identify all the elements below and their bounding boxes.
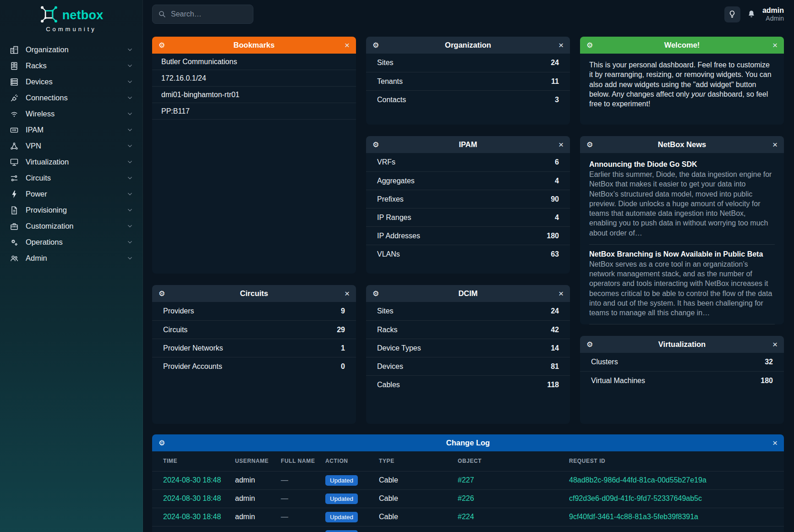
widget-config-gear-icon[interactable]: ⚙ [586,42,593,49]
bookmark-link[interactable]: PP:B117 [152,103,356,120]
stat-row[interactable]: Providers9 [152,302,356,320]
bookmark-link[interactable]: dmi01-binghamton-rtr01 [152,87,356,103]
chevron-down-icon [126,62,133,69]
column-header: TYPE [379,451,458,471]
sidebar-item-racks[interactable]: Racks [0,58,142,74]
changelog-time-link[interactable]: 2024-08-30 18:48 [152,471,235,489]
stat-row[interactable]: Racks42 [366,320,570,339]
stat-row[interactable]: Cables118 [366,375,570,394]
sidebar-item-customization[interactable]: Customization [0,218,142,234]
widget-close-icon[interactable]: × [772,340,778,349]
widget-config-gear-icon[interactable]: ⚙ [159,42,165,49]
search-box[interactable] [152,5,253,24]
chevron-down-icon [126,159,133,165]
stat-row[interactable]: Sites24 [366,302,570,320]
widget-config-gear-icon[interactable]: ⚙ [586,341,593,348]
stat-row[interactable]: IP Ranges4 [366,208,570,226]
widget-close-icon[interactable]: × [345,289,350,298]
stat-label: Devices [377,362,403,371]
brand-subtitle: Community [0,26,142,33]
changelog-time-link[interactable]: 2024-08-30 18:47 [152,526,235,532]
brand[interactable]: netbox Community [0,0,142,34]
sidebar-item-operations[interactable]: Operations [0,234,142,250]
notifications-bell-icon[interactable] [747,10,756,19]
search-input[interactable] [171,10,240,18]
sidebar-item-connections[interactable]: Connections [0,90,142,106]
widget-config-gear-icon[interactable]: ⚙ [372,42,379,49]
user-menu[interactable]: admin Admin [762,6,784,22]
stat-value: 4 [555,177,559,185]
stat-row[interactable]: Provider Networks1 [152,339,356,357]
stat-row[interactable]: Provider Accounts0 [152,357,356,375]
changelog-object-link[interactable]: #226 [458,489,569,508]
sidebar-item-label: Organization [26,45,126,54]
sidebar-item-vpn[interactable]: VPN [0,138,142,154]
stat-row[interactable]: VRFs6 [366,153,570,171]
action-badge[interactable]: Updated [325,494,358,504]
action-badge[interactable]: Updated [325,530,358,532]
sidebar-item-admin[interactable]: Admin [0,250,142,266]
changelog-request-id-link[interactable]: 48ad8b2c-986d-44fd-81ca-00d55b27e19a [569,471,784,489]
action-badge[interactable]: Updated [325,512,358,522]
stat-row[interactable]: Virtual Machines180 [580,371,784,389]
stat-row[interactable]: Prefixes90 [366,190,570,208]
changelog-time-link[interactable]: 2024-08-30 18:48 [152,508,235,526]
changelog-object-link[interactable]: #224 [458,508,569,526]
stat-row[interactable]: Devices81 [366,357,570,375]
sidebar-item-provisioning[interactable]: Provisioning [0,202,142,218]
stat-row[interactable]: Circuits29 [152,320,356,339]
sidebar-nav: Organization Racks Devices [0,42,142,266]
changelog-request-id-link[interactable]: 9cf40fdf-3461-4c88-81a3-5feb39f8391a [569,508,784,526]
widget-dcim: ⚙ DCIM × Sites24 Racks42 Device Types14 … [366,285,570,424]
dashboard-column-1: ⚙ Bookmarks × Butler Communications 172.… [152,37,356,424]
changelog-object-link[interactable]: #224 [458,526,569,532]
stat-row[interactable]: Clusters32 [580,353,784,371]
stat-row[interactable]: IP Addresses180 [366,226,570,245]
sidebar-item-label: Customization [26,222,126,230]
widget-config-gear-icon[interactable]: ⚙ [372,141,379,148]
stat-row[interactable]: Device Types14 [366,339,570,357]
news-article-title[interactable]: NetBox Branching is Now Available in Pub… [589,250,775,258]
sidebar-item-devices[interactable]: Devices [0,74,142,90]
stat-value: 3 [555,96,559,104]
action-badge[interactable]: Updated [325,475,358,486]
widget-config-gear-icon[interactable]: ⚙ [159,439,165,447]
changelog-time-link[interactable]: 2024-08-30 18:48 [152,489,235,508]
theme-toggle-button[interactable] [724,6,740,22]
stat-row[interactable]: Aggregates4 [366,171,570,190]
table-row: 2024-08-30 18:48 admin — Updated Cable #… [152,489,784,508]
changelog-type: Cable [379,471,458,489]
widget-config-gear-icon[interactable]: ⚙ [372,290,379,297]
changelog-request-id-link[interactable]: cf92d3e6-d09d-41fc-9fd7-52337649ab5c [569,489,784,508]
widget-config-gear-icon[interactable]: ⚙ [159,290,165,297]
sidebar-item-circuits[interactable]: Circuits [0,170,142,186]
widget-close-icon[interactable]: × [772,41,778,49]
widget-close-icon[interactable]: × [772,439,778,447]
changelog-request-id-link[interactable]: 7a3c4a2c-aac9-47f3-9046-f89391a997c2 [569,526,784,532]
changelog-object-link[interactable]: #227 [458,471,569,489]
sidebar-item-wireless[interactable]: Wireless [0,106,142,122]
sidebar-item-virtualization[interactable]: Virtualization [0,154,142,170]
bookmark-link[interactable]: Butler Communications [152,54,356,70]
widget-close-icon[interactable]: × [345,41,350,49]
widget-title: Virtualization [580,340,784,349]
chevron-down-icon [126,207,133,214]
stat-row[interactable]: VLANs63 [366,245,570,263]
changelog-type: Cable [379,489,458,508]
widget-close-icon[interactable]: × [772,140,778,149]
main-area: admin Admin ⚙ Bookmarks × Butl [143,0,794,532]
news-article-title[interactable]: Announcing the Diode Go SDK [589,160,775,169]
bookmark-link[interactable]: 172.16.0.1/24 [152,70,356,87]
stat-row[interactable]: Tenants11 [366,72,570,90]
sidebar-item-ipam[interactable]: IPAM [0,122,142,138]
stat-value: 9 [341,307,345,315]
sidebar-item-power[interactable]: Power [0,186,142,202]
widget-title: Welcome! [580,41,784,49]
widget-config-gear-icon[interactable]: ⚙ [586,141,593,148]
widget-close-icon[interactable]: × [559,289,564,298]
widget-close-icon[interactable]: × [559,41,564,49]
stat-row[interactable]: Contacts3 [366,90,570,109]
sidebar-item-organization[interactable]: Organization [0,42,142,58]
stat-row[interactable]: Sites24 [366,54,570,72]
widget-close-icon[interactable]: × [559,140,564,149]
